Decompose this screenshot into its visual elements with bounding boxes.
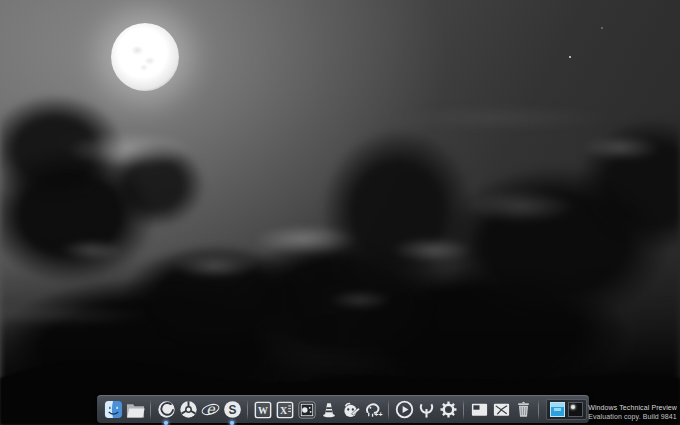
dock: e S W X: [97, 395, 589, 423]
svg-text:X: X: [280, 404, 288, 415]
word-icon[interactable]: W: [253, 398, 273, 422]
dock-separator: [150, 400, 151, 420]
quake-icon[interactable]: [416, 398, 436, 422]
chrome-icon[interactable]: [178, 398, 198, 422]
app-window-cracked-icon[interactable]: [491, 398, 511, 422]
app-window-icon[interactable]: [469, 398, 489, 422]
internet-explorer-icon[interactable]: e: [200, 398, 220, 422]
watermark-line2: Evaluation copy. Build 9841: [588, 412, 677, 421]
desktop: e S W X: [0, 0, 680, 425]
notepad-plus-plus-icon[interactable]: ++: [363, 398, 383, 422]
settings-gear-icon[interactable]: [438, 398, 458, 422]
excel-icon[interactable]: X: [275, 398, 295, 422]
window-previews: [546, 399, 587, 420]
dock-separator: [247, 400, 248, 420]
vlc-icon[interactable]: [319, 398, 339, 422]
dock-separator: [388, 400, 389, 420]
window-preview-active[interactable]: [550, 402, 565, 417]
window-preview-inactive[interactable]: [568, 402, 583, 417]
build-watermark: Windows Technical Preview Evaluation cop…: [588, 403, 677, 421]
running-indicator: [164, 421, 168, 425]
dock-separator: [463, 400, 464, 420]
running-indicator: [230, 421, 234, 425]
recycle-bin-icon[interactable]: [513, 398, 533, 422]
svg-text:S: S: [228, 403, 236, 417]
finder-icon[interactable]: [103, 398, 123, 422]
media-player-icon[interactable]: [394, 398, 414, 422]
svg-text:W: W: [258, 404, 268, 415]
skype-icon[interactable]: S: [222, 398, 242, 422]
photo-viewer-icon[interactable]: [297, 398, 317, 422]
firefox-icon[interactable]: [156, 398, 176, 422]
dock-separator: [538, 400, 539, 420]
svg-text:++: ++: [374, 411, 382, 419]
gimp-icon[interactable]: [341, 398, 361, 422]
folder-icon[interactable]: [125, 398, 145, 422]
watermark-line1: Windows Technical Preview: [588, 403, 677, 412]
